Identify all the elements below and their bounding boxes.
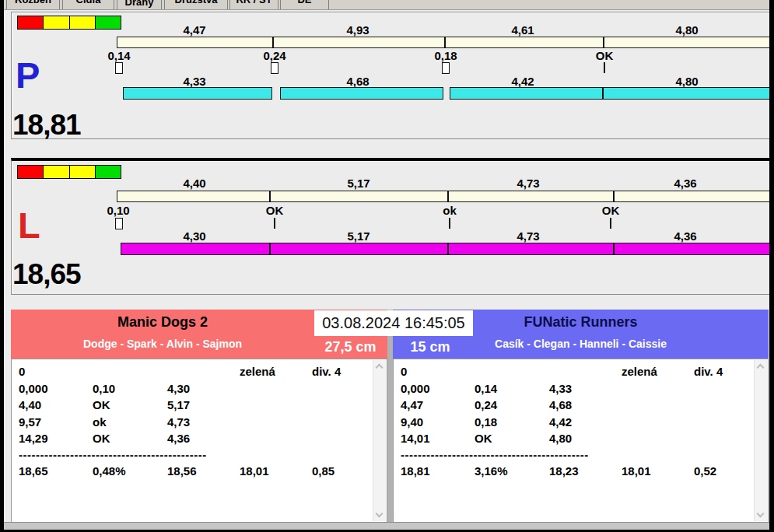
heat-number: 0 (19, 363, 93, 380)
pass-time-label: 0,10 (107, 205, 129, 216)
dog-time-bar-segment (123, 87, 272, 100)
lane-letter-l: L (18, 207, 40, 243)
dog-time-label: 4,68 (346, 75, 369, 87)
datetime-display: 03.08.2024 16:45:05 (314, 310, 473, 336)
scroll-down-icon[interactable] (376, 510, 383, 518)
run-progress-bar (117, 37, 771, 48)
tab-de[interactable]: DE (280, 0, 329, 10)
status-bar (4, 522, 769, 530)
dog-time-label: 4,30 (183, 230, 205, 242)
window-border-right (769, 0, 774, 532)
result-status-row: 0 zelená div. 4 (12, 363, 387, 380)
split-row: 0,000 0,10 4,30 (12, 380, 387, 397)
bar-divider (447, 243, 449, 255)
scroll-down-icon[interactable] (757, 510, 765, 518)
team-results-area[interactable]: 0 zelená div. 4 0,000 0,10 4,30 4,40 OK … (11, 359, 387, 523)
pass-time-label: 0,18 (434, 50, 457, 61)
split-row: 9,57 ok 4,73 (12, 414, 387, 431)
dog-time-label: 4,80 (675, 75, 698, 87)
bar-divider (613, 191, 615, 202)
pass-time-label: 0,24 (263, 50, 285, 61)
split-row: 14,01 OK 4,80 (394, 430, 768, 447)
split-time-label: 4,40 (183, 177, 205, 189)
tab-rr-st[interactable]: RR / ST (229, 0, 278, 10)
bar-divider (272, 37, 274, 48)
split-row: 0,000 0,14 4,33 (394, 380, 768, 397)
traffic-red-cell (18, 166, 43, 178)
summary-row: 18,81 3,16% 18,23 18,01 0,52 (394, 463, 768, 480)
pass-time-label: OK (596, 50, 614, 61)
result-status-row: 0 zelená div. 4 (394, 363, 768, 380)
split-row: 14,29 OK 4,36 (12, 430, 387, 447)
team-dogs: Dodge - Spark - Alvin - Sajmon (11, 337, 314, 351)
traffic-yellow2-cell (70, 166, 95, 178)
bar-divider (444, 37, 446, 48)
split-time-label: 4,61 (511, 24, 534, 36)
split-row: 4,47 0,24 4,68 (394, 397, 768, 414)
scroll-up-icon[interactable] (757, 364, 765, 372)
window-border-left (0, 0, 4, 532)
team-results-area[interactable]: 0 zelená div. 4 0,000 0,14 4,33 4,47 0,2… (393, 359, 769, 523)
scrollbar[interactable] (373, 360, 386, 521)
tab-cidla[interactable]: Čidla (62, 0, 114, 10)
light-status: zelená (622, 363, 694, 380)
dog-time-label: 5,17 (347, 230, 369, 242)
dog-time-bar-segment (280, 87, 443, 100)
jump-height-left: 27,5 cm (314, 336, 387, 358)
split-time-label: 4,93 (346, 24, 369, 36)
separator-line: ----------------------------------------… (394, 447, 627, 463)
jump-height-right: 15 cm (394, 336, 467, 358)
run-progress-bar (117, 191, 771, 202)
dog-time-label: 4,36 (674, 230, 696, 242)
split-row: 4,40 OK 5,17 (12, 397, 387, 414)
lane-panel-l: 4,40 5,17 4,73 4,36 0,10 OK ok OK 4,30 5… (11, 158, 771, 295)
team-name: Manic Dogs 2 (11, 313, 314, 331)
traffic-light (17, 16, 121, 30)
bar-divider (603, 37, 604, 48)
tab-rozbeh[interactable]: Rozběh (6, 0, 60, 10)
bar-divider (613, 243, 615, 255)
dog-time-bar-segment (121, 243, 771, 255)
panel-gap (387, 310, 393, 523)
bar-divider (447, 191, 449, 202)
traffic-yellow2-cell (70, 16, 95, 29)
pass-box-marker (271, 62, 278, 74)
bar-divider (602, 87, 604, 100)
tab-drahy[interactable]: Dráhy (117, 0, 162, 10)
lane-panel-p: 4,47 4,93 4,61 4,80 0,14 0,24 0,18 OK 4,… (11, 12, 771, 139)
summary-row: 18,65 0,48% 18,56 18,01 0,85 (12, 463, 387, 480)
dog-time-bar-segment (450, 87, 771, 100)
bar-divider (269, 243, 271, 255)
app-window: Rozběh Čidla Dráhy Družstva RR / ST DE 4… (0, 0, 774, 532)
ok-tick-marker (604, 62, 605, 73)
pass-box-marker (115, 62, 123, 74)
dog-time-label: 4,73 (517, 230, 539, 242)
split-time-label: 4,80 (675, 24, 698, 36)
traffic-red-cell (18, 16, 43, 29)
pass-time-label: OK (266, 205, 284, 216)
bar-divider (269, 191, 271, 202)
scrollbar[interactable] (754, 360, 767, 521)
pass-time-label: 0,14 (107, 50, 130, 61)
pass-time-label: ok (443, 205, 457, 216)
ok-tick-marker (610, 218, 611, 229)
tab-bar: Rozběh Čidla Dráhy Družstva RR / ST DE (4, 0, 769, 10)
traffic-yellow1-cell (44, 16, 68, 29)
light-status: zelená (240, 363, 312, 380)
scroll-up-icon[interactable] (376, 364, 383, 372)
traffic-green-cell (96, 166, 121, 178)
split-time-label: 4,47 (183, 24, 205, 36)
lane-letter-p: P (16, 57, 40, 93)
pass-box-marker (115, 218, 123, 229)
tab-druzstva[interactable]: Družstva (164, 0, 228, 10)
traffic-yellow1-cell (44, 166, 68, 178)
ok-tick-marker (274, 218, 275, 229)
dog-time-label: 4,42 (511, 75, 534, 87)
ok-tick-marker (449, 218, 450, 229)
lane-total-time-l: 18,65 (12, 260, 81, 289)
pass-time-label: OK (602, 205, 620, 216)
split-time-label: 5,17 (347, 177, 369, 189)
split-time-label: 4,36 (674, 177, 696, 189)
dog-time-label: 4,33 (183, 75, 205, 87)
separator-line: ----------------------------------------… (12, 447, 245, 463)
